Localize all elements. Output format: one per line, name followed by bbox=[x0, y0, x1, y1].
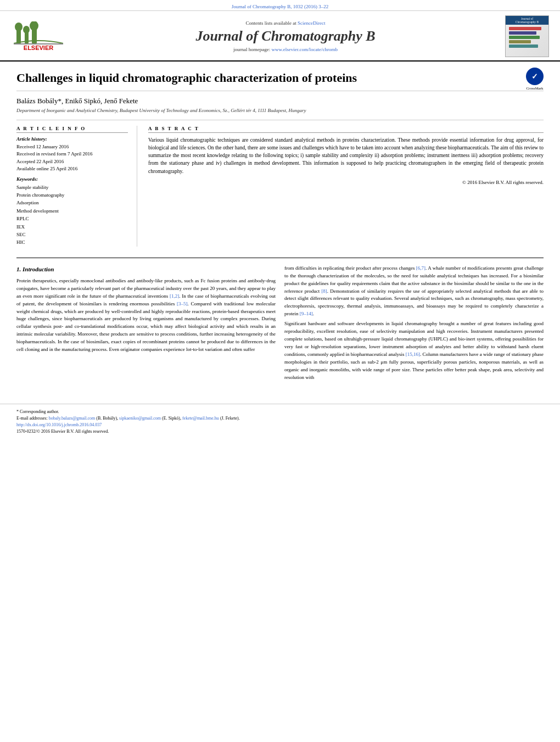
title-row: ✓ CrossMark Challenges in liquid chromat… bbox=[16, 70, 544, 91]
article-history-label: Article history: bbox=[16, 136, 128, 142]
introduction-heading: 1. Introduction bbox=[16, 265, 276, 274]
email-addresses: E-mail addresses: bobaly.balazs@gmail.co… bbox=[16, 415, 544, 422]
journal-title: Journal of Chromatography B bbox=[66, 28, 505, 44]
cover-header: Journal ofChromatography B bbox=[506, 16, 548, 25]
email-link-sipka[interactable]: sipkaeniko@gmail.com bbox=[119, 416, 161, 421]
article-info: A R T I C L E I N F O Article history: R… bbox=[16, 126, 137, 247]
intro-col2-p1: from difficulties in replicating their p… bbox=[284, 265, 544, 319]
ref-8[interactable]: [8] bbox=[321, 288, 327, 294]
email-link-bobaly[interactable]: bobaly.balazs@gmail.com bbox=[49, 416, 96, 421]
intro-col2-p2: Significant hardware and software develo… bbox=[284, 320, 544, 382]
received-revised-date: Received in revised form 7 April 2016 bbox=[16, 150, 128, 158]
homepage-text: journal homepage: www.elsevier.com/locat… bbox=[66, 47, 505, 52]
sciencedirect-link[interactable]: ScienceDirect bbox=[298, 20, 325, 26]
ref-3-5[interactable]: [3–5] bbox=[177, 301, 188, 306]
corresponding-author-note: * Corresponding author. bbox=[16, 409, 544, 415]
crossmark-label: CrossMark bbox=[526, 86, 544, 91]
top-bar: Journal of Chromatography B, 1032 (2016)… bbox=[0, 0, 560, 11]
cover-stripe-3 bbox=[509, 36, 540, 39]
article-info-label: A R T I C L E I N F O bbox=[16, 126, 128, 133]
copyright-notice: © 2016 Elsevier B.V. All rights reserved… bbox=[148, 180, 544, 185]
available-online-date: Available online 25 April 2016 bbox=[16, 165, 128, 173]
doi-link[interactable]: http://dx.doi.org/10.1016/j.jchromb.2016… bbox=[16, 422, 102, 427]
svg-point-1 bbox=[15, 23, 23, 31]
authors: Balázs Bobály*, Enikő Sipkó, Jenő Fekete bbox=[16, 97, 544, 105]
journal-cover-thumbnail: Journal ofChromatography B bbox=[505, 15, 549, 57]
cover-stripe-1 bbox=[509, 27, 541, 30]
elsevier-tree-image: ELSEVIER bbox=[11, 20, 66, 53]
cover-stripe-2 bbox=[509, 31, 536, 35]
info-abstract-row: A R T I C L E I N F O Article history: R… bbox=[16, 120, 544, 247]
affiliation: Department of Inorganic and Analytical C… bbox=[16, 108, 544, 113]
keywords-label: Keywords: bbox=[16, 176, 128, 182]
abstract-section: A B S T R A C T Various liquid chromatog… bbox=[148, 126, 544, 247]
keyword-3: Adsorption bbox=[16, 199, 128, 207]
crossmark-wrapper[interactable]: ✓ CrossMark bbox=[526, 68, 544, 91]
issn-line: 1570-0232/© 2016 Elsevier B.V. All right… bbox=[16, 428, 544, 435]
crossmark-icon: ✓ bbox=[526, 68, 544, 85]
keyword-6: IEX bbox=[16, 223, 128, 231]
cover-stripe-4 bbox=[509, 40, 531, 43]
keywords-list: Sample stability Protein chromatography … bbox=[16, 183, 128, 247]
keyword-4: Method development bbox=[16, 207, 128, 215]
keyword-2: Protein chromatography bbox=[16, 191, 128, 199]
article-content: ✓ CrossMark Challenges in liquid chromat… bbox=[0, 62, 560, 393]
keyword-7: SEC bbox=[16, 231, 128, 238]
ref-9-14[interactable]: [9–14] bbox=[300, 311, 313, 316]
keyword-8: HIC bbox=[16, 238, 128, 246]
svg-point-5 bbox=[30, 21, 38, 31]
doi-line: http://dx.doi.org/10.1016/j.jchromb.2016… bbox=[16, 422, 544, 428]
abstract-label: A B S T R A C T bbox=[148, 126, 544, 133]
page-footer: * Corresponding author. E-mail addresses… bbox=[0, 404, 560, 439]
page-wrapper: Journal of Chromatography B, 1032 (2016)… bbox=[0, 0, 560, 742]
keyword-5: RPLC bbox=[16, 215, 128, 222]
elsevier-logo: ELSEVIER bbox=[11, 20, 66, 53]
ref-6-7[interactable]: [6,7] bbox=[416, 265, 425, 271]
accepted-date: Accepted 22 April 2016 bbox=[16, 158, 128, 166]
ref-1-2[interactable]: [1,2] bbox=[170, 293, 179, 299]
following-word: following bbox=[263, 153, 283, 158]
keyword-1: Sample stability bbox=[16, 183, 128, 191]
abstract-text: Various liquid chromatographic technique… bbox=[148, 136, 544, 175]
svg-text:ELSEVIER: ELSEVIER bbox=[24, 44, 53, 51]
received-date: Received 12 January 2016 bbox=[16, 143, 128, 151]
article-body: 1. Introduction Protein therapeutics, es… bbox=[16, 258, 544, 384]
contents-available-text: Contents lists available at ScienceDirec… bbox=[66, 20, 505, 26]
column-right: from difficulties in replicating their p… bbox=[284, 265, 544, 384]
ref-15-16[interactable]: [15,16] bbox=[406, 352, 420, 357]
article-title: Challenges in liquid chromatographic cha… bbox=[16, 70, 544, 91]
journal-center-section: Contents lists available at ScienceDirec… bbox=[66, 20, 505, 52]
journal-header: ELSEVIER Contents lists available at Sci… bbox=[0, 11, 560, 62]
svg-point-3 bbox=[23, 26, 30, 34]
journal-reference: Journal of Chromatography B, 1032 (2016)… bbox=[232, 4, 329, 9]
intro-col1-p1: Protein therapeutics, especially monoclo… bbox=[16, 277, 276, 354]
cover-stripe-5 bbox=[509, 44, 538, 48]
journal-homepage-link[interactable]: www.elsevier.com/locate/chromb bbox=[272, 47, 338, 52]
email-link-fekete[interactable]: fekete@mail.bme.hu bbox=[182, 416, 219, 421]
cover-stripes bbox=[506, 25, 548, 50]
column-left: 1. Introduction Protein therapeutics, es… bbox=[16, 265, 276, 384]
